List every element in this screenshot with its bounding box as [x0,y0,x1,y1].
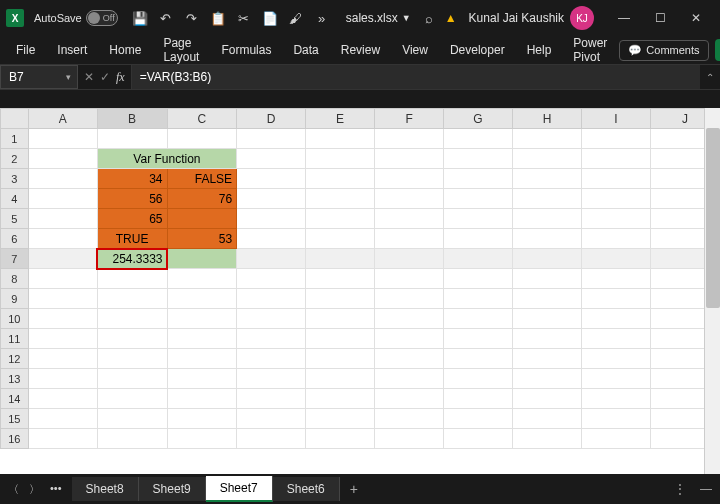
tab-insert[interactable]: Insert [47,39,97,61]
cell[interactable] [444,369,513,389]
tab-file[interactable]: File [6,39,45,61]
cell[interactable] [167,349,237,369]
cell[interactable] [28,129,97,149]
cell[interactable] [28,229,97,249]
cell[interactable] [28,249,97,269]
cell[interactable] [513,329,582,349]
cell[interactable] [167,309,237,329]
col-header[interactable]: G [444,109,513,129]
cell[interactable] [375,169,444,189]
cell[interactable] [97,369,167,389]
cell[interactable] [375,409,444,429]
cell[interactable] [97,289,167,309]
name-box[interactable]: B7 [0,65,78,89]
cell[interactable] [306,169,375,189]
cell[interactable] [306,409,375,429]
cell[interactable] [513,369,582,389]
paste-icon[interactable]: 📄 [262,10,278,26]
sheet-tab[interactable]: Sheet6 [273,477,340,501]
cell[interactable] [513,189,582,209]
cell[interactable] [582,429,651,449]
tab-power-pivot[interactable]: Power Pivot [563,32,617,68]
row-header[interactable]: 8 [1,269,29,289]
cell[interactable] [28,309,97,329]
toggle-switch[interactable]: Off [86,10,118,26]
maximize-button[interactable]: ☐ [642,4,678,32]
cell[interactable] [513,389,582,409]
cell[interactable] [28,169,97,189]
cell[interactable] [28,149,97,169]
cell[interactable] [375,229,444,249]
more-icon[interactable]: » [314,10,330,26]
vertical-scrollbar[interactable] [704,108,720,474]
cell[interactable] [306,289,375,309]
cell[interactable] [513,209,582,229]
cell[interactable] [513,249,582,269]
cell[interactable] [582,209,651,229]
row-header[interactable]: 14 [1,389,29,409]
cell[interactable] [513,309,582,329]
col-header[interactable]: B [97,109,167,129]
cell-b3[interactable]: 34 [97,169,167,189]
select-all-corner[interactable] [1,109,29,129]
status-menu-icon[interactable]: ⋮ [674,482,686,496]
cell[interactable] [237,409,306,429]
cell-c4[interactable]: 76 [167,189,237,209]
col-header[interactable]: F [375,109,444,129]
row-header[interactable]: 11 [1,329,29,349]
cancel-icon[interactable]: ✕ [84,70,94,84]
sheet-tab-active[interactable]: Sheet7 [206,476,273,502]
cell[interactable] [513,169,582,189]
cell[interactable] [444,249,513,269]
cell[interactable] [444,349,513,369]
cell[interactable] [375,149,444,169]
tab-data[interactable]: Data [283,39,328,61]
cell[interactable] [582,309,651,329]
cell[interactable] [513,129,582,149]
cell[interactable] [28,389,97,409]
cell-c7[interactable] [167,249,237,269]
cell-b4[interactable]: 56 [97,189,167,209]
cell[interactable] [582,269,651,289]
cell[interactable] [28,269,97,289]
fx-icon[interactable]: fx [116,70,125,85]
user-account[interactable]: Kunal Jai Kaushik KJ [469,6,594,30]
chevron-down-icon[interactable]: ▼ [402,13,411,23]
clipboard-icon[interactable]: 📋 [210,10,226,26]
add-sheet-button[interactable]: + [340,476,368,502]
tab-help[interactable]: Help [517,39,562,61]
col-header[interactable]: C [167,109,237,129]
cell[interactable] [444,329,513,349]
cell[interactable] [375,429,444,449]
cell[interactable] [237,389,306,409]
row-header[interactable]: 2 [1,149,29,169]
cell[interactable] [582,169,651,189]
close-button[interactable]: ✕ [678,4,714,32]
cell[interactable] [167,289,237,309]
cell[interactable] [444,129,513,149]
cell-b5[interactable]: 65 [97,209,167,229]
cell[interactable] [444,209,513,229]
cell[interactable] [237,349,306,369]
spreadsheet-grid[interactable]: A B C D E F G H I J 1 2Var Function 334F… [0,108,720,449]
cell[interactable] [97,429,167,449]
cell[interactable] [513,149,582,169]
cell[interactable] [444,269,513,289]
cell[interactable] [582,229,651,249]
cell[interactable] [444,229,513,249]
cell[interactable] [444,389,513,409]
cell[interactable] [167,389,237,409]
share-button[interactable]: ↗ [715,39,720,61]
cell[interactable] [375,209,444,229]
cell[interactable] [444,189,513,209]
cell[interactable] [237,429,306,449]
cell[interactable] [582,249,651,269]
cell-c3[interactable]: FALSE [167,169,237,189]
formula-input[interactable]: =VAR(B3:B6) [132,65,700,89]
cell[interactable] [97,389,167,409]
cell[interactable] [237,189,306,209]
cell[interactable] [237,129,306,149]
row-header[interactable]: 15 [1,409,29,429]
all-sheets-icon[interactable]: ••• [50,482,62,497]
minimize-button[interactable]: — [606,4,642,32]
